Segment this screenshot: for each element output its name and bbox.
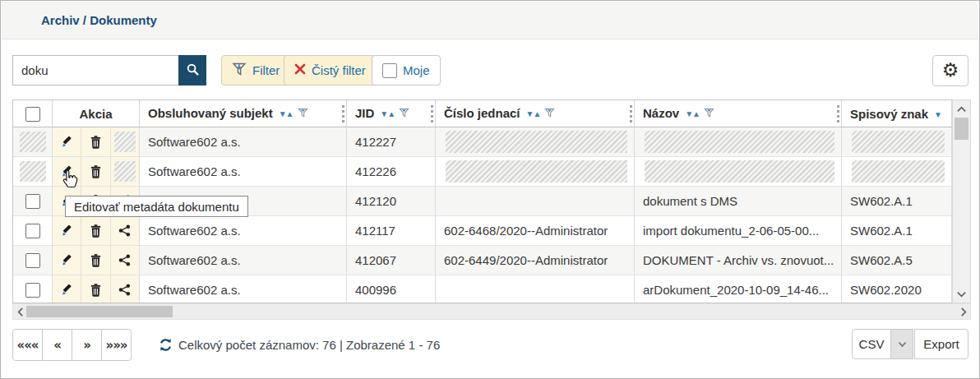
cell-spisovy-znak	[842, 127, 952, 157]
clear-filter-x-icon	[294, 63, 306, 77]
cell-jid: 400996	[347, 275, 436, 303]
column-filter-icon[interactable]	[298, 107, 308, 121]
sort-icons[interactable]: ▼▲	[279, 109, 294, 118]
page-title: Archiv / Dokumenty	[41, 13, 157, 27]
chevron-down-icon[interactable]	[890, 330, 913, 358]
filter-button-label: Filter	[252, 63, 280, 77]
cell-nazov	[635, 157, 842, 187]
delete-document-button[interactable]	[81, 127, 109, 156]
edit-document-button[interactable]	[53, 275, 81, 303]
cell-spisovy-znak: SW602.A.1	[842, 216, 952, 246]
scroll-down-arrow-icon[interactable]	[953, 287, 970, 302]
cell-spisovy-znak: SW602.2020	[842, 275, 952, 303]
search-button[interactable]	[178, 55, 206, 86]
scroll-right-arrow-icon[interactable]	[957, 304, 970, 319]
row-checkbox[interactable]	[25, 253, 40, 268]
share-document-button[interactable]	[110, 275, 139, 303]
column-filter-icon[interactable]	[704, 107, 714, 121]
cell-jid: 412067	[347, 246, 436, 275]
first-page-button[interactable]: «««	[12, 329, 43, 361]
cell-spisovy-znak: SW602.A.1	[842, 187, 952, 216]
edit-document-button[interactable]	[53, 127, 81, 156]
row-select-disabled	[20, 161, 46, 182]
cell-cislo-jednaci	[436, 157, 635, 187]
column-filter-icon[interactable]	[544, 107, 555, 121]
hatched-cell	[645, 131, 834, 153]
table-row: Software602 a.s. 412117 602-6468/2020--A…	[13, 216, 952, 246]
sort-icons[interactable]: ▼▲	[685, 109, 700, 118]
filter-button[interactable]: Filter	[221, 55, 290, 86]
row-select-disabled	[20, 132, 46, 152]
edit-document-button[interactable]	[53, 216, 81, 245]
table-header-row: Akcia Obsluhovaný subjekt▼▲ JID▼▲ Číslo …	[13, 100, 952, 127]
delete-document-button[interactable]	[81, 275, 109, 303]
clear-filter-button[interactable]: Čistý filter	[284, 55, 377, 86]
toolbar: Filter Čistý filter Moje ⚙	[12, 55, 968, 86]
table-row: Software602 a.s. 412067 602-6449/2020--A…	[13, 246, 952, 275]
column-header-spisovy-znak[interactable]: Spisový znak▼	[842, 100, 952, 127]
column-header-nazov[interactable]: Názov▼▲	[635, 100, 842, 127]
sort-icons[interactable]: ▼▲	[526, 109, 541, 118]
hatched-cell	[852, 131, 945, 153]
vertical-scrollbar[interactable]	[952, 99, 971, 303]
scroll-up-arrow-icon[interactable]	[953, 101, 970, 116]
export-button[interactable]: Export	[914, 329, 968, 359]
row-checkbox[interactable]	[25, 194, 40, 209]
column-header-cislo-jednaci[interactable]: Číslo jednací▼▲	[436, 100, 635, 127]
delete-document-button[interactable]	[81, 157, 109, 186]
cell-jid: 412117	[347, 216, 436, 246]
table-row: Software602 a.s. 412226	[13, 157, 952, 187]
horizontal-scrollbar-thumb[interactable]	[26, 306, 173, 317]
cell-nazov: import dokumentu_2-06-05-00...	[635, 216, 842, 246]
share-document-button[interactable]	[110, 216, 139, 245]
column-resize-handle[interactable]	[431, 105, 433, 122]
cell-subjekt: Software602 a.s.	[140, 157, 347, 187]
table-row: Software602 a.s. 412227	[13, 127, 952, 157]
cell-jid: 412226	[347, 157, 436, 187]
moje-toggle-button[interactable]: Moje	[372, 55, 441, 86]
cell-nazov: dokument s DMS	[635, 187, 842, 216]
cell-subjekt: Software602 a.s.	[140, 246, 347, 275]
export-format-select[interactable]: CSV	[852, 329, 913, 359]
gear-icon: ⚙	[942, 61, 959, 80]
refresh-icon[interactable]	[159, 338, 173, 352]
column-header-subjekt[interactable]: Obsluhovaný subjekt▼▲	[140, 100, 347, 127]
record-count-summary: Celkový počet záznamov: 76 | Zobrazené 1…	[159, 329, 440, 361]
edit-document-button[interactable]	[53, 246, 81, 275]
next-page-button[interactable]: »	[72, 329, 102, 361]
share-document-button[interactable]	[110, 246, 139, 275]
record-count-text: Celkový počet záznamov: 76 | Zobrazené 1…	[178, 338, 440, 352]
sort-icons[interactable]: ▼▲	[380, 109, 395, 118]
sort-icons[interactable]: ▼	[934, 110, 941, 119]
cell-nazov	[635, 127, 842, 157]
hatched-cell	[446, 160, 627, 183]
last-page-button[interactable]: »»»	[101, 329, 132, 361]
vertical-scrollbar-thumb[interactable]	[955, 118, 968, 140]
export-group: CSV Export	[852, 329, 968, 359]
column-header-akcia: Akcia	[53, 100, 140, 127]
column-resize-handle[interactable]	[630, 105, 632, 122]
settings-button[interactable]: ⚙	[932, 55, 968, 86]
row-checkbox[interactable]	[25, 283, 40, 298]
moje-checkbox[interactable]	[382, 63, 397, 78]
cell-cislo-jednaci	[436, 275, 635, 303]
horizontal-scrollbar[interactable]	[12, 303, 971, 320]
scroll-left-arrow-icon[interactable]	[13, 304, 26, 319]
tooltip: Editovať metadáta dokumentu	[65, 196, 248, 217]
export-format-value: CSV	[853, 330, 890, 358]
column-header-jid[interactable]: JID▼▲	[347, 100, 436, 127]
delete-document-button[interactable]	[81, 246, 109, 275]
previous-page-button[interactable]: «	[42, 329, 72, 361]
column-resize-handle[interactable]	[837, 105, 839, 122]
column-filter-icon[interactable]	[399, 107, 409, 121]
action-unavailable	[110, 157, 139, 186]
column-resize-handle[interactable]	[342, 105, 344, 122]
search-input[interactable]	[12, 55, 178, 86]
edit-document-button[interactable]	[53, 157, 81, 186]
row-checkbox[interactable]	[25, 224, 40, 238]
delete-document-button[interactable]	[81, 216, 109, 245]
select-all-header	[13, 100, 53, 127]
select-all-checkbox[interactable]	[25, 107, 40, 122]
filter-icon	[232, 62, 247, 79]
search-icon	[186, 62, 200, 79]
